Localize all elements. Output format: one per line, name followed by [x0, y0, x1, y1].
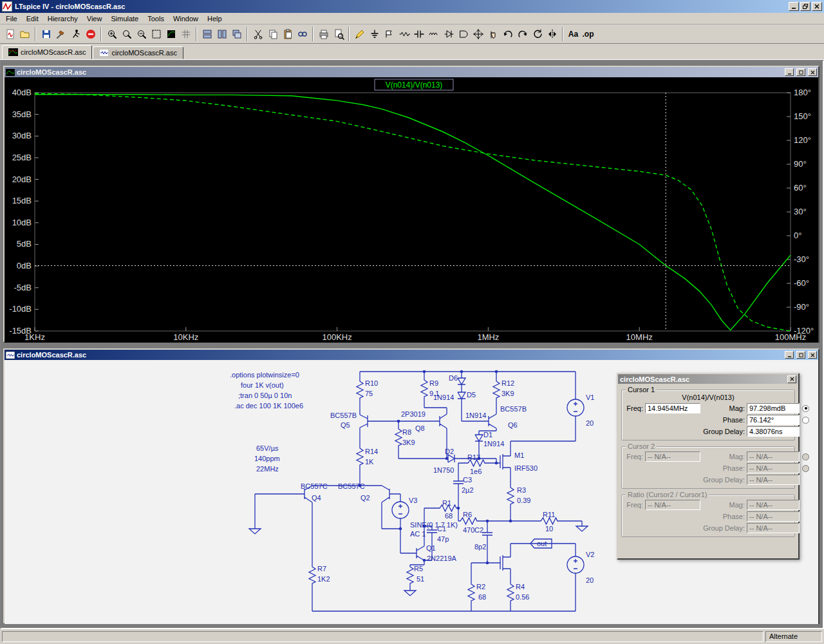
mirror-button[interactable] [545, 26, 559, 42]
zoom-back-button[interactable] [119, 26, 134, 42]
ratio-mag-field[interactable] [747, 500, 800, 510]
diode-button[interactable] [441, 26, 456, 42]
close-button[interactable] [812, 2, 822, 11]
cursor2-phase-radio[interactable] [802, 465, 809, 472]
diode-D5[interactable] [458, 391, 465, 401]
plot-settings-button[interactable] [164, 26, 178, 42]
resistor-R5[interactable] [407, 565, 413, 585]
copy-button[interactable] [265, 26, 280, 42]
diode-D6[interactable] [458, 377, 465, 387]
resistor-R11[interactable] [539, 518, 559, 524]
menu-tools[interactable]: Tools [143, 14, 169, 24]
control-panel-button[interactable] [53, 26, 68, 42]
ratio-group-delay-field[interactable] [747, 523, 800, 533]
resistor-R3[interactable] [507, 486, 514, 506]
resistor-R9[interactable] [421, 378, 427, 399]
ground-button[interactable] [367, 26, 382, 42]
minimize-button[interactable] [789, 2, 799, 11]
cursor1-freq-field[interactable] [645, 403, 700, 413]
spice-directive-button[interactable]: .op [581, 26, 595, 42]
resistor-R14[interactable] [357, 446, 363, 467]
cursor1-phase-radio[interactable] [802, 417, 809, 424]
waveform-minimize-button[interactable] [785, 68, 794, 76]
cursor2-mag-field[interactable] [747, 451, 800, 462]
ratio-phase-field[interactable] [747, 511, 800, 522]
resistor-R8[interactable] [395, 427, 402, 448]
voltage-source-V2[interactable] [567, 556, 584, 573]
cursor2-phase-field[interactable] [747, 463, 800, 473]
menu-window[interactable]: Window [169, 14, 203, 24]
cursor2-mag-radio[interactable] [802, 453, 809, 460]
cursor-dialog-close-button[interactable] [787, 375, 796, 383]
schematic-close-button[interactable] [808, 351, 817, 359]
resistor-R12[interactable] [493, 379, 500, 400]
tab-schematic[interactable]: circloMOScascR.asc [93, 46, 183, 59]
open-button[interactable] [17, 26, 32, 42]
mosfet-M1[interactable] [500, 454, 510, 469]
component-button[interactable] [456, 26, 471, 42]
menu-simulate[interactable]: Simulate [106, 14, 143, 24]
schematic-maximize-button[interactable] [796, 351, 805, 359]
cursor1-mag-radio[interactable] [802, 405, 809, 412]
voltage-source-V3[interactable] [392, 502, 409, 518]
menu-edit[interactable]: Edit [22, 14, 43, 24]
ground-symbol[interactable] [404, 591, 416, 596]
mosfet-M2[interactable] [500, 555, 510, 571]
cascade-windows-button[interactable] [229, 26, 244, 42]
resistor-R10[interactable] [357, 379, 363, 400]
inductor-button[interactable] [426, 26, 441, 42]
cut-button[interactable] [250, 26, 265, 42]
print-preview-button[interactable] [331, 26, 346, 42]
ground-symbol[interactable] [576, 526, 588, 531]
save-button[interactable] [39, 26, 53, 42]
resistor-R4[interactable] [507, 582, 514, 603]
cursor1-mag-field[interactable] [747, 403, 800, 413]
zoom-full-button[interactable] [149, 26, 164, 42]
resistor-R2[interactable] [468, 582, 474, 603]
schematic-window-titlebar[interactable]: circloMOScascR.asc [5, 350, 818, 360]
tile-vertical-button[interactable] [214, 26, 229, 42]
cursor2-freq-field[interactable] [645, 451, 700, 462]
resistor-R6[interactable] [458, 518, 479, 524]
resistor-button[interactable] [397, 26, 411, 42]
zoom-out-button[interactable] [134, 26, 149, 42]
cursor1-group-delay-field[interactable] [747, 426, 800, 437]
waveform-close-button[interactable] [808, 68, 817, 76]
paste-button[interactable] [280, 26, 295, 42]
redo-button[interactable] [515, 26, 530, 42]
print-button[interactable] [316, 26, 331, 42]
halt-button[interactable] [83, 26, 98, 42]
app-titlebar[interactable]: LTspice IV - circloMOScascR.asc [0, 0, 824, 13]
text-tool-button[interactable]: Aa [566, 26, 581, 42]
schematic-minimize-button[interactable] [785, 351, 794, 359]
cursor-dialog[interactable]: circloMOScascR.asc Cursor 1 V(n014)/V(n0… [617, 373, 800, 560]
zoom-in-button[interactable] [104, 26, 119, 42]
grid-button[interactable] [178, 26, 193, 42]
rotate-button[interactable] [530, 26, 545, 42]
net-label-button[interactable] [382, 26, 397, 42]
find-button[interactable] [295, 26, 310, 42]
wire-button[interactable] [352, 26, 367, 42]
diode-D1[interactable] [475, 433, 483, 444]
bode-plot[interactable]: 40dB35dB30dB25dB20dB15dB10dB5dB0dB-5dB-1… [5, 77, 818, 343]
menu-hierarchy[interactable]: Hierarchy [43, 14, 82, 24]
capacitor-button[interactable] [411, 26, 426, 42]
run-button[interactable] [68, 26, 83, 42]
tab-waveform[interactable]: circloMOScascR.asc [2, 45, 92, 59]
move-button[interactable] [471, 26, 485, 42]
waveform-window-titlebar[interactable]: circloMOScascR.asc [5, 67, 818, 77]
new-schematic-button[interactable] [3, 26, 17, 42]
capacitor-C2[interactable] [482, 529, 492, 539]
schematic-window[interactable]: circloMOScascR.asc [3, 348, 819, 624]
resistor-R7[interactable] [309, 565, 315, 585]
tile-horizontal-button[interactable] [200, 26, 214, 42]
cursor-dialog-titlebar[interactable]: circloMOScascR.asc [618, 374, 798, 384]
ground-symbol[interactable] [249, 529, 261, 534]
menu-view[interactable]: View [82, 14, 107, 24]
restore-button[interactable] [800, 2, 810, 11]
cursor1-phase-field[interactable] [747, 415, 800, 425]
diode-D2[interactable] [447, 455, 457, 462]
undo-button[interactable] [500, 26, 515, 42]
waveform-maximize-button[interactable] [796, 68, 805, 76]
menu-help[interactable]: Help [203, 14, 227, 24]
